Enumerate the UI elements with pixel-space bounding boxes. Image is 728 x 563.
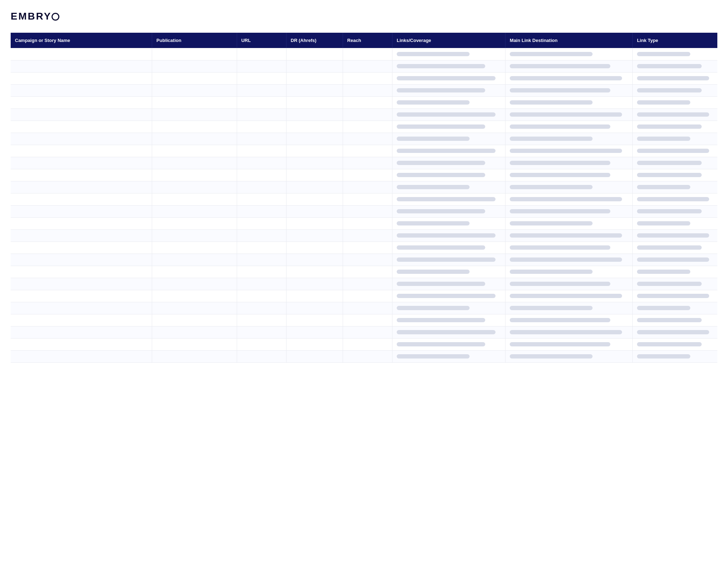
cell-dr[interactable]	[286, 302, 343, 314]
cell-main_link[interactable]	[505, 314, 633, 326]
cell-publication[interactable]	[152, 84, 237, 96]
cell-campaign[interactable]	[11, 60, 152, 72]
cell-links[interactable]	[392, 181, 505, 193]
cell-campaign[interactable]	[11, 181, 152, 193]
cell-url[interactable]	[237, 96, 286, 108]
cell-links[interactable]	[392, 121, 505, 133]
cell-publication[interactable]	[152, 302, 237, 314]
cell-main_link[interactable]	[505, 157, 633, 169]
cell-links[interactable]	[392, 108, 505, 121]
cell-dr[interactable]	[286, 326, 343, 338]
cell-link_type[interactable]	[632, 181, 717, 193]
cell-campaign[interactable]	[11, 254, 152, 266]
cell-links[interactable]	[392, 60, 505, 72]
cell-dr[interactable]	[286, 229, 343, 241]
cell-links[interactable]	[392, 217, 505, 229]
cell-url[interactable]	[237, 217, 286, 229]
cell-links[interactable]	[392, 157, 505, 169]
cell-publication[interactable]	[152, 350, 237, 362]
cell-url[interactable]	[237, 133, 286, 145]
cell-link_type[interactable]	[632, 314, 717, 326]
cell-campaign[interactable]	[11, 72, 152, 84]
cell-dr[interactable]	[286, 338, 343, 350]
cell-url[interactable]	[237, 169, 286, 181]
cell-reach[interactable]	[343, 96, 392, 108]
cell-dr[interactable]	[286, 193, 343, 205]
cell-links[interactable]	[392, 48, 505, 60]
cell-main_link[interactable]	[505, 266, 633, 278]
cell-publication[interactable]	[152, 266, 237, 278]
cell-reach[interactable]	[343, 193, 392, 205]
cell-dr[interactable]	[286, 72, 343, 84]
cell-campaign[interactable]	[11, 145, 152, 157]
cell-dr[interactable]	[286, 145, 343, 157]
cell-links[interactable]	[392, 72, 505, 84]
cell-reach[interactable]	[343, 229, 392, 241]
cell-url[interactable]	[237, 290, 286, 302]
cell-publication[interactable]	[152, 48, 237, 60]
cell-url[interactable]	[237, 205, 286, 217]
cell-main_link[interactable]	[505, 108, 633, 121]
cell-link_type[interactable]	[632, 60, 717, 72]
cell-campaign[interactable]	[11, 121, 152, 133]
cell-url[interactable]	[237, 193, 286, 205]
cell-publication[interactable]	[152, 72, 237, 84]
cell-dr[interactable]	[286, 169, 343, 181]
cell-main_link[interactable]	[505, 254, 633, 266]
cell-publication[interactable]	[152, 108, 237, 121]
cell-reach[interactable]	[343, 108, 392, 121]
cell-main_link[interactable]	[505, 302, 633, 314]
cell-link_type[interactable]	[632, 254, 717, 266]
cell-dr[interactable]	[286, 48, 343, 60]
cell-links[interactable]	[392, 254, 505, 266]
cell-reach[interactable]	[343, 84, 392, 96]
cell-campaign[interactable]	[11, 108, 152, 121]
cell-reach[interactable]	[343, 350, 392, 362]
cell-link_type[interactable]	[632, 145, 717, 157]
cell-reach[interactable]	[343, 217, 392, 229]
cell-publication[interactable]	[152, 145, 237, 157]
cell-main_link[interactable]	[505, 133, 633, 145]
cell-link_type[interactable]	[632, 326, 717, 338]
cell-url[interactable]	[237, 229, 286, 241]
cell-link_type[interactable]	[632, 302, 717, 314]
cell-link_type[interactable]	[632, 266, 717, 278]
cell-links[interactable]	[392, 266, 505, 278]
cell-campaign[interactable]	[11, 84, 152, 96]
cell-main_link[interactable]	[505, 72, 633, 84]
cell-url[interactable]	[237, 157, 286, 169]
cell-campaign[interactable]	[11, 314, 152, 326]
cell-link_type[interactable]	[632, 108, 717, 121]
cell-reach[interactable]	[343, 181, 392, 193]
cell-publication[interactable]	[152, 157, 237, 169]
cell-dr[interactable]	[286, 290, 343, 302]
cell-links[interactable]	[392, 241, 505, 254]
cell-links[interactable]	[392, 205, 505, 217]
cell-reach[interactable]	[343, 133, 392, 145]
cell-campaign[interactable]	[11, 326, 152, 338]
cell-main_link[interactable]	[505, 217, 633, 229]
cell-links[interactable]	[392, 96, 505, 108]
cell-url[interactable]	[237, 314, 286, 326]
cell-reach[interactable]	[343, 302, 392, 314]
cell-dr[interactable]	[286, 217, 343, 229]
cell-main_link[interactable]	[505, 60, 633, 72]
cell-url[interactable]	[237, 254, 286, 266]
cell-reach[interactable]	[343, 60, 392, 72]
cell-campaign[interactable]	[11, 217, 152, 229]
cell-main_link[interactable]	[505, 193, 633, 205]
cell-link_type[interactable]	[632, 72, 717, 84]
cell-links[interactable]	[392, 278, 505, 290]
cell-publication[interactable]	[152, 229, 237, 241]
cell-links[interactable]	[392, 229, 505, 241]
cell-link_type[interactable]	[632, 157, 717, 169]
cell-campaign[interactable]	[11, 48, 152, 60]
cell-campaign[interactable]	[11, 133, 152, 145]
cell-publication[interactable]	[152, 121, 237, 133]
cell-reach[interactable]	[343, 157, 392, 169]
cell-links[interactable]	[392, 338, 505, 350]
cell-link_type[interactable]	[632, 290, 717, 302]
cell-url[interactable]	[237, 326, 286, 338]
cell-reach[interactable]	[343, 241, 392, 254]
cell-campaign[interactable]	[11, 278, 152, 290]
